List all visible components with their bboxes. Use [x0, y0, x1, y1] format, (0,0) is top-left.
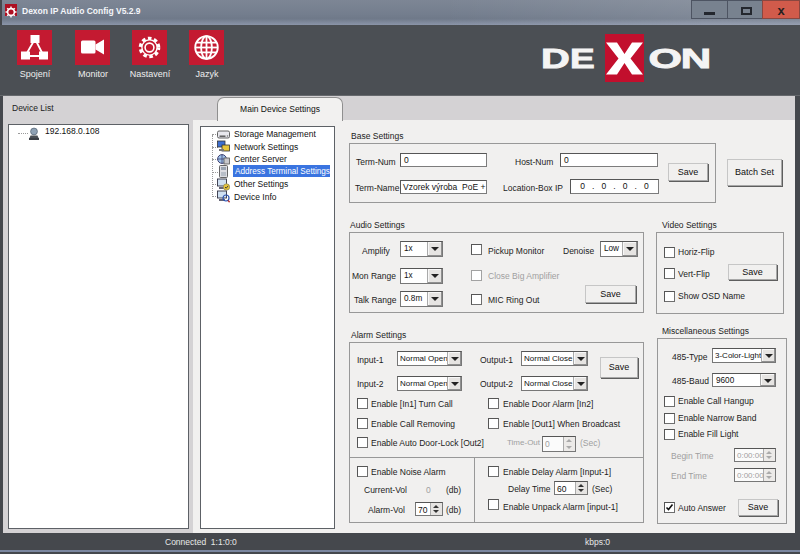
svg-text:O: O [649, 42, 682, 74]
svg-text:N: N [681, 41, 711, 73]
svg-text:D: D [541, 42, 570, 73]
svg-text:E: E [570, 42, 595, 74]
